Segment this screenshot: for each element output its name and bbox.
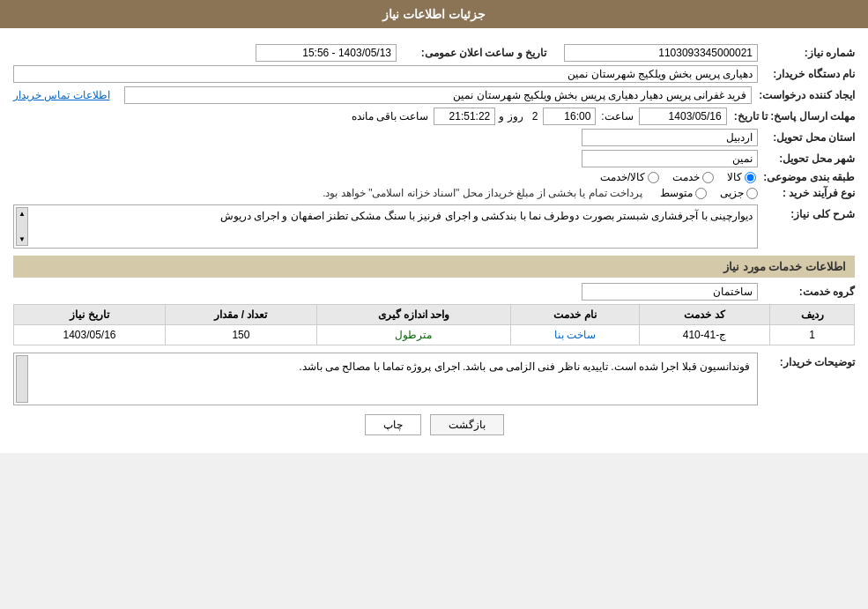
buyer-notes-box: فوندانسیون قبلا اجرا شده است. تاییدیه نا… (13, 353, 758, 405)
description-label: شرح کلی نیاز: (758, 204, 855, 220)
send-days-value: 2 (532, 110, 538, 123)
need-number-label: شماره نیاز: (758, 47, 855, 59)
purchase-type-motavasset[interactable]: متوسط (660, 187, 707, 199)
send-deadline-label: مهلت ارسال پاسخ: تا تاریخ: (727, 110, 855, 123)
buyer-org-label: نام دستگاه خریدار: (758, 68, 855, 80)
cell-service-code: ج-41-410 (639, 325, 769, 345)
col-date: تاریخ نیاز (14, 305, 166, 325)
contact-link[interactable]: اطلاعات تماس خریدار (13, 89, 110, 101)
send-date-value: 1403/05/16 (639, 108, 727, 125)
send-time-label: ساعت: (601, 110, 633, 123)
desc-scrollbar[interactable]: ▲ ▼ (16, 207, 28, 246)
province-value: اردبیل (582, 129, 758, 146)
col-service-code: کد خدمت (639, 305, 769, 325)
cell-date: 1403/05/16 (14, 325, 166, 345)
col-unit: واحد اندازه گیری (316, 305, 510, 325)
need-number-value: 1103093345000021 (564, 44, 758, 62)
category-label: طبقه بندی موضوعی: (756, 171, 855, 183)
city-value: نمین (582, 150, 758, 167)
creator-value: فرید غفرانی پریس دهیار دهیاری پریس بخش و… (124, 86, 753, 104)
description-box: ▲ ▼ دیوارچینی با آجرفشاری شبستر بصورت دو… (13, 204, 758, 249)
col-service-name: نام خدمت (511, 305, 640, 325)
notes-scrollbar[interactable] (16, 355, 28, 403)
remaining-label: ساعت باقی مانده (352, 110, 429, 123)
col-row-num: ردیف (770, 305, 855, 325)
cell-row-num: 1 (770, 325, 855, 345)
remaining-value: 21:51:22 (434, 108, 495, 125)
announce-datetime-value: 1403/05/13 - 15:56 (256, 44, 397, 62)
col-quantity: تعداد / مقدار (166, 305, 317, 325)
purchase-type-jozii[interactable]: جزیی (720, 187, 758, 199)
province-label: استان محل تحویل: (758, 131, 855, 144)
purchase-type-options: جزیی متوسط (660, 187, 758, 199)
buyer-org-value: دهیاری پریس بخش ویلکیج شهرستان نمین (13, 65, 758, 83)
category-option-khedmat[interactable]: خدمت (672, 171, 714, 183)
send-days-label: روز و (499, 110, 523, 123)
table-row: 1 ج-41-410 ساخت بنا مترطول 150 1403/05/1… (14, 325, 855, 345)
description-text: دیوارچینی با آجرفشاری شبستر بصورت دوطرف … (19, 210, 753, 222)
announce-datetime-label: تاریخ و ساعت اعلان عمومی: (397, 47, 546, 59)
services-section-title: اطلاعات خدمات مورد نیاز (13, 256, 855, 278)
service-group-value: ساختمان (582, 283, 758, 301)
scroll-up-arrow[interactable]: ▲ (17, 208, 27, 219)
creator-label: ایجاد کننده درخواست: (752, 89, 855, 101)
purchase-type-label: نوع فرآیند خرید : (758, 187, 855, 199)
services-table: ردیف کد خدمت نام خدمت واحد اندازه گیری ت… (13, 304, 855, 345)
service-group-label: گروه خدمت: (758, 286, 855, 298)
category-option-kala[interactable]: کالا (727, 171, 756, 183)
send-time-value: 16:00 (543, 108, 596, 125)
cell-unit: مترطول (316, 325, 510, 345)
category-option-kala-khedmat[interactable]: کالا/خدمت (600, 171, 659, 183)
cell-quantity: 150 (166, 325, 317, 345)
city-label: شهر محل تحویل: (758, 152, 855, 165)
purchase-type-note: پرداخت تمام یا بخشی از مبلغ خریداز محل "… (323, 187, 642, 199)
category-options: کالا خدمت کالا/خدمت (600, 171, 756, 183)
back-button[interactable]: بازگشت (430, 414, 504, 435)
buttons-row: بازگشت چاپ (13, 414, 855, 435)
scroll-down-arrow[interactable]: ▼ (17, 234, 27, 245)
buyer-notes-label: توضیحات خریدار: (758, 353, 855, 368)
print-button[interactable]: چاپ (365, 414, 421, 435)
cell-service-name[interactable]: ساخت بنا (511, 325, 640, 345)
page-title: جزئیات اطلاعات نیاز (0, 0, 868, 28)
buyer-notes-text: فوندانسیون قبلا اجرا شده است. تاییدیه نا… (21, 360, 750, 373)
